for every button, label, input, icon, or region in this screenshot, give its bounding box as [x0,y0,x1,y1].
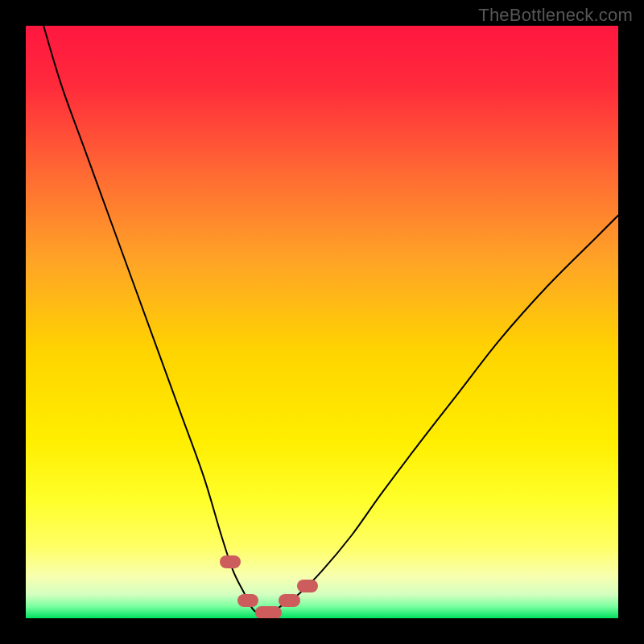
highlight-bump [255,606,282,618]
watermark-text: TheBottleneck.com [478,5,633,26]
highlight-bumps [26,26,618,618]
highlight-bump [237,594,258,607]
highlight-bump [220,555,241,568]
chart-frame: TheBottleneck.com [0,0,644,644]
highlight-bump [297,580,318,592]
plot-area [26,26,618,618]
highlight-bump [279,594,299,607]
